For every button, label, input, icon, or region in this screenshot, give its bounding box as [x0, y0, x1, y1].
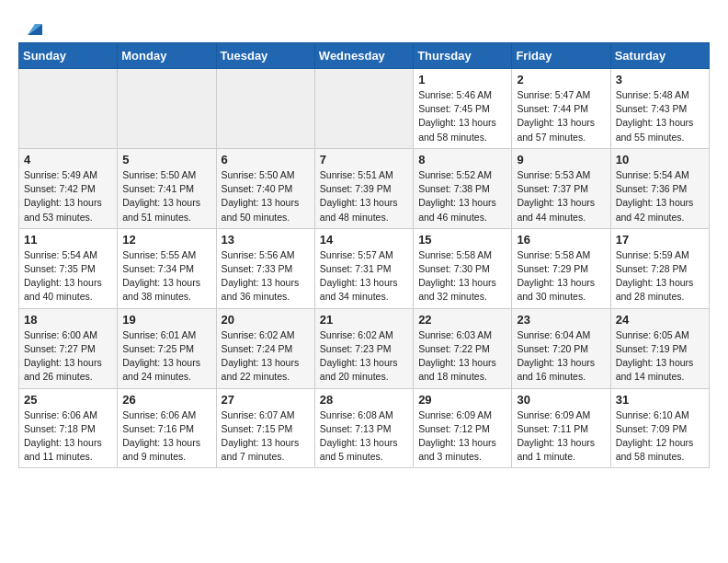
calendar-cell: 9Sunrise: 5:53 AMSunset: 7:37 PMDaylight… — [512, 148, 610, 228]
day-number: 29 — [418, 393, 506, 407]
day-info: Sunrise: 5:56 AMSunset: 7:33 PMDaylight:… — [222, 248, 310, 304]
day-info: Sunrise: 6:06 AMSunset: 7:18 PMDaylight:… — [24, 408, 112, 465]
day-number: 27 — [222, 393, 310, 407]
calendar-week-1: 1Sunrise: 5:46 AMSunset: 7:45 PMDaylight… — [19, 69, 710, 149]
header-monday: Monday — [118, 43, 216, 69]
day-number: 26 — [122, 393, 210, 407]
day-info: Sunrise: 5:50 AMSunset: 7:41 PMDaylight:… — [122, 168, 210, 224]
header-tuesday: Tuesday — [216, 43, 314, 69]
day-number: 18 — [24, 313, 112, 327]
calendar-cell: 18Sunrise: 6:00 AMSunset: 7:27 PMDayligh… — [19, 308, 118, 388]
day-number: 6 — [222, 153, 310, 167]
day-info: Sunrise: 6:06 AMSunset: 7:16 PMDaylight:… — [122, 408, 210, 465]
calendar-cell: 12Sunrise: 5:55 AMSunset: 7:34 PMDayligh… — [118, 228, 216, 308]
calendar-cell: 7Sunrise: 5:51 AMSunset: 7:39 PMDaylight… — [314, 148, 413, 228]
calendar-cell: 11Sunrise: 5:54 AMSunset: 7:35 PMDayligh… — [19, 228, 118, 308]
day-info: Sunrise: 6:07 AMSunset: 7:15 PMDaylight:… — [222, 408, 310, 465]
calendar-cell: 13Sunrise: 5:56 AMSunset: 7:33 PMDayligh… — [216, 228, 314, 308]
calendar-cell: 15Sunrise: 5:58 AMSunset: 7:30 PMDayligh… — [414, 228, 512, 308]
calendar-cell — [118, 69, 216, 149]
day-number: 12 — [122, 233, 210, 247]
day-info: Sunrise: 6:08 AMSunset: 7:13 PMDaylight:… — [320, 408, 408, 465]
day-info: Sunrise: 5:54 AMSunset: 7:35 PMDaylight:… — [24, 248, 112, 304]
day-info: Sunrise: 5:54 AMSunset: 7:36 PMDaylight:… — [616, 168, 704, 224]
calendar-week-3: 11Sunrise: 5:54 AMSunset: 7:35 PMDayligh… — [19, 228, 710, 308]
day-number: 25 — [24, 393, 112, 407]
day-info: Sunrise: 6:04 AMSunset: 7:20 PMDaylight:… — [517, 328, 605, 385]
day-number: 11 — [24, 233, 112, 247]
day-number: 5 — [122, 153, 210, 167]
day-number: 4 — [24, 153, 112, 167]
day-info: Sunrise: 6:03 AMSunset: 7:22 PMDaylight:… — [418, 328, 506, 385]
day-info: Sunrise: 5:58 AMSunset: 7:30 PMDaylight:… — [418, 248, 506, 304]
day-info: Sunrise: 6:01 AMSunset: 7:25 PMDaylight:… — [122, 328, 210, 385]
day-info: Sunrise: 5:50 AMSunset: 7:40 PMDaylight:… — [222, 168, 310, 224]
calendar-cell: 29Sunrise: 6:09 AMSunset: 7:12 PMDayligh… — [414, 388, 512, 468]
header-sunday: Sunday — [19, 43, 118, 69]
day-number: 16 — [517, 233, 605, 247]
day-number: 21 — [320, 313, 408, 327]
day-info: Sunrise: 5:55 AMSunset: 7:34 PMDaylight:… — [122, 248, 210, 304]
calendar-cell: 14Sunrise: 5:57 AMSunset: 7:31 PMDayligh… — [314, 228, 413, 308]
header-friday: Friday — [512, 43, 610, 69]
day-number: 22 — [418, 313, 506, 327]
day-number: 17 — [616, 233, 704, 247]
day-info: Sunrise: 5:48 AMSunset: 7:43 PMDaylight:… — [616, 88, 704, 144]
calendar-cell: 25Sunrise: 6:06 AMSunset: 7:18 PMDayligh… — [19, 388, 118, 468]
calendar-cell: 24Sunrise: 6:05 AMSunset: 7:19 PMDayligh… — [610, 308, 709, 388]
day-number: 1 — [418, 73, 506, 86]
calendar-week-2: 4Sunrise: 5:49 AMSunset: 7:42 PMDaylight… — [19, 148, 710, 228]
calendar-header-row: SundayMondayTuesdayWednesdayThursdayFrid… — [19, 43, 710, 69]
calendar-cell: 31Sunrise: 6:10 AMSunset: 7:09 PMDayligh… — [610, 388, 709, 468]
calendar-cell: 4Sunrise: 5:49 AMSunset: 7:42 PMDaylight… — [19, 148, 118, 228]
calendar-cell: 17Sunrise: 5:59 AMSunset: 7:28 PMDayligh… — [610, 228, 709, 308]
calendar-cell: 21Sunrise: 6:02 AMSunset: 7:23 PMDayligh… — [314, 308, 413, 388]
day-info: Sunrise: 6:10 AMSunset: 7:09 PMDaylight:… — [616, 408, 704, 465]
day-info: Sunrise: 5:49 AMSunset: 7:42 PMDaylight:… — [24, 168, 112, 224]
calendar-table: SundayMondayTuesdayWednesdayThursdayFrid… — [18, 42, 710, 468]
calendar-week-4: 18Sunrise: 6:00 AMSunset: 7:27 PMDayligh… — [19, 308, 710, 388]
day-info: Sunrise: 5:46 AMSunset: 7:45 PMDaylight:… — [418, 88, 506, 144]
calendar-cell: 2Sunrise: 5:47 AMSunset: 7:44 PMDaylight… — [512, 69, 610, 149]
day-number: 9 — [517, 153, 605, 167]
day-info: Sunrise: 6:02 AMSunset: 7:23 PMDaylight:… — [320, 328, 408, 385]
calendar-cell: 1Sunrise: 5:46 AMSunset: 7:45 PMDaylight… — [414, 69, 512, 149]
calendar-week-5: 25Sunrise: 6:06 AMSunset: 7:18 PMDayligh… — [19, 388, 710, 468]
day-number: 14 — [320, 233, 408, 247]
day-number: 8 — [418, 153, 506, 167]
day-info: Sunrise: 5:47 AMSunset: 7:44 PMDaylight:… — [517, 88, 605, 144]
day-info: Sunrise: 5:53 AMSunset: 7:37 PMDaylight:… — [517, 168, 605, 224]
day-info: Sunrise: 5:59 AMSunset: 7:28 PMDaylight:… — [616, 248, 704, 304]
header-thursday: Thursday — [414, 43, 512, 69]
day-number: 19 — [122, 313, 210, 327]
calendar-cell: 27Sunrise: 6:07 AMSunset: 7:15 PMDayligh… — [216, 388, 314, 468]
day-number: 23 — [517, 313, 605, 327]
page-header — [18, 18, 710, 33]
day-number: 31 — [616, 393, 704, 407]
day-info: Sunrise: 5:52 AMSunset: 7:38 PMDaylight:… — [418, 168, 506, 224]
day-number: 30 — [517, 393, 605, 407]
day-number: 15 — [418, 233, 506, 247]
day-info: Sunrise: 6:09 AMSunset: 7:12 PMDaylight:… — [418, 408, 506, 465]
day-number: 2 — [517, 73, 605, 86]
calendar-cell: 16Sunrise: 5:58 AMSunset: 7:29 PMDayligh… — [512, 228, 610, 308]
calendar-cell: 19Sunrise: 6:01 AMSunset: 7:25 PMDayligh… — [118, 308, 216, 388]
calendar-cell — [19, 69, 118, 149]
day-number: 10 — [616, 153, 704, 167]
day-number: 28 — [320, 393, 408, 407]
day-info: Sunrise: 6:02 AMSunset: 7:24 PMDaylight:… — [222, 328, 310, 385]
day-info: Sunrise: 6:05 AMSunset: 7:19 PMDaylight:… — [616, 328, 704, 385]
day-number: 3 — [616, 73, 704, 86]
day-number: 7 — [320, 153, 408, 167]
calendar-cell: 28Sunrise: 6:08 AMSunset: 7:13 PMDayligh… — [314, 388, 413, 468]
header-saturday: Saturday — [610, 43, 709, 69]
calendar-cell: 5Sunrise: 5:50 AMSunset: 7:41 PMDaylight… — [118, 148, 216, 228]
day-info: Sunrise: 5:51 AMSunset: 7:39 PMDaylight:… — [320, 168, 408, 224]
day-number: 13 — [222, 233, 310, 247]
logo-icon — [22, 18, 42, 37]
calendar-cell: 26Sunrise: 6:06 AMSunset: 7:16 PMDayligh… — [118, 388, 216, 468]
calendar-cell: 3Sunrise: 5:48 AMSunset: 7:43 PMDaylight… — [610, 69, 709, 149]
calendar-cell: 22Sunrise: 6:03 AMSunset: 7:22 PMDayligh… — [414, 308, 512, 388]
calendar-cell: 8Sunrise: 5:52 AMSunset: 7:38 PMDaylight… — [414, 148, 512, 228]
calendar-cell: 30Sunrise: 6:09 AMSunset: 7:11 PMDayligh… — [512, 388, 610, 468]
